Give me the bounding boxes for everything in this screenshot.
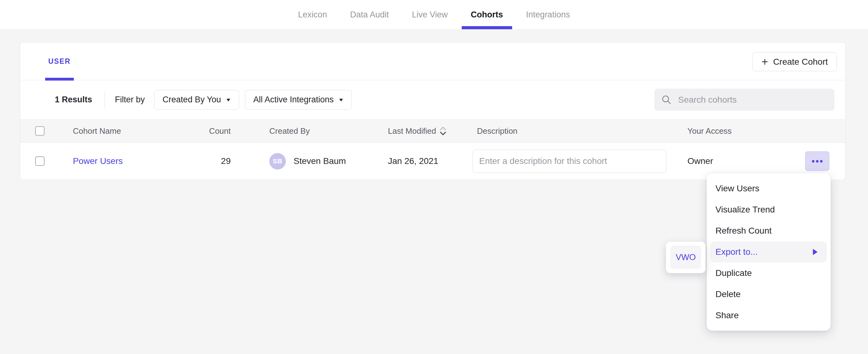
plus-icon: + [762,56,768,67]
active-tab-underline [462,26,512,29]
row-checkbox[interactable] [35,157,44,166]
tab-live-view[interactable]: Live View [400,0,459,29]
created-by-cell: SB Steven Baum [231,153,388,169]
avatar: SB [269,153,286,169]
vertical-divider [104,92,105,108]
header-last-modified-label: Last Modified [388,126,436,136]
header-created-by[interactable]: Created By [231,126,388,136]
description-cell [473,150,687,173]
header-last-modified[interactable]: Last Modified [388,126,473,136]
user-tab-label: USER [48,57,71,66]
row-checkbox-cell [20,157,73,166]
tab-integrations[interactable]: Integrations [515,0,582,29]
description-input[interactable] [473,150,666,173]
created-by-name: Steven Baum [293,156,346,166]
cohort-type-tabbar: USER + Create Cohort [20,43,845,80]
tab-label: Cohorts [471,10,503,20]
search-cohorts-input[interactable] [678,95,828,105]
more-options-button[interactable] [805,152,829,171]
create-cohort-label: Create Cohort [773,57,828,67]
top-navigation: Lexicon Data Audit Live View Cohorts Int… [0,0,868,30]
select-all-checkbox[interactable] [35,126,44,136]
last-modified-cell: Jan 26, 2021 [388,156,473,166]
menu-item-delete[interactable]: Delete [707,284,831,305]
search-icon [661,95,672,105]
created-by-dropdown[interactable]: Created By You ▼ [154,90,239,109]
header-your-access: Your Access [687,126,845,136]
tab-user-cohorts[interactable]: USER [45,43,74,80]
export-submenu: VWO [666,242,706,273]
tab-label: Lexicon [298,10,327,20]
caret-down-icon: ▼ [338,97,344,102]
integrations-dropdown[interactable]: All Active Integrations ▼ [245,90,352,109]
header-description: Description [473,126,687,136]
create-cohort-button[interactable]: + Create Cohort [752,52,837,71]
table-header: Cohort Name Count Created By Last Modifi… [20,119,845,143]
search-cohorts-box[interactable] [654,89,834,111]
cohort-name-link[interactable]: Power Users [73,156,123,166]
menu-item-export-to[interactable]: Export to... [710,242,827,262]
results-count: 1 Results [55,95,92,104]
cohorts-card: USER + Create Cohort 1 Results Filter by… [20,42,845,179]
filter-by-label: Filter by [115,95,145,104]
submenu-arrow-icon [813,249,817,255]
menu-item-share[interactable]: Share [707,305,831,326]
more-options-icon [812,160,814,162]
created-by-dropdown-label: Created By You [162,95,221,104]
header-cohort-name[interactable]: Cohort Name [73,126,207,136]
header-count[interactable]: Count [207,126,231,136]
tab-label: Live View [412,10,448,20]
tab-label: Integrations [526,10,570,20]
caret-down-icon: ▼ [225,97,231,102]
cohort-count: 29 [207,156,231,166]
cohort-name-cell: Power Users [73,156,207,166]
access-value: Owner [687,156,713,166]
integrations-dropdown-label: All Active Integrations [253,95,334,104]
filter-row: 1 Results Filter by Created By You ▼ All… [20,80,845,119]
last-modified-date: Jan 26, 2021 [388,156,438,166]
tab-label: Data Audit [350,10,389,20]
export-option-vwo[interactable]: VWO [670,246,701,269]
sort-icon[interactable] [439,126,447,136]
menu-item-visualize-trend[interactable]: Visualize Trend [707,199,831,220]
header-checkbox-cell [20,126,73,136]
cohort-context-menu: View Users Visualize Trend Refresh Count… [707,173,831,331]
menu-item-duplicate[interactable]: Duplicate [707,262,831,284]
your-access-cell: Owner [687,156,845,166]
tab-data-audit[interactable]: Data Audit [338,0,400,29]
tab-lexicon[interactable]: Lexicon [286,0,338,29]
menu-item-view-users[interactable]: View Users [707,178,831,199]
menu-item-refresh-count[interactable]: Refresh Count [707,220,831,242]
export-to-label: Export to... [715,247,757,257]
tab-cohorts[interactable]: Cohorts [459,0,515,29]
